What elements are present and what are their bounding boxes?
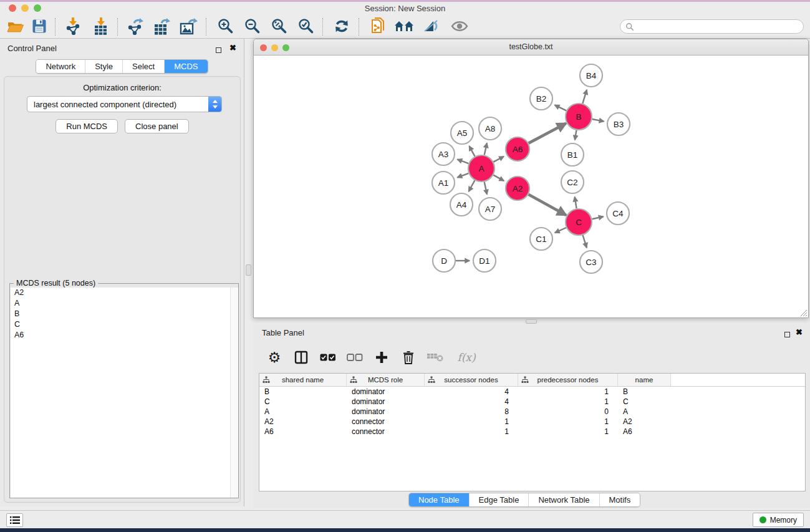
import-table-button[interactable] xyxy=(90,16,112,37)
graph-node-C1[interactable]: C1 xyxy=(530,228,552,250)
result-list-item[interactable]: A6 xyxy=(11,330,238,341)
search-input[interactable] xyxy=(634,22,798,31)
toolbar-search[interactable] xyxy=(620,19,804,34)
graph-node-C[interactable]: C xyxy=(566,209,592,235)
graph-node-A1[interactable]: A1 xyxy=(432,172,455,194)
float-table-panel-icon[interactable] xyxy=(784,329,790,340)
graph-node-A2[interactable]: A2 xyxy=(506,177,529,200)
table-row[interactable]: A2connector11A2 xyxy=(259,417,805,427)
run-mcds-button[interactable]: Run MCDS xyxy=(55,119,118,133)
graph-node-B3[interactable]: B3 xyxy=(607,113,630,135)
network-canvas[interactable]: ABCA6A2A1A3A4A5A7A8B1B2B3B4C1C2C3C4DD1 xyxy=(254,56,808,317)
memory-button[interactable]: Memory xyxy=(753,513,804,527)
close-table-panel-icon[interactable]: ✖ xyxy=(796,327,803,337)
criterion-dropdown[interactable]: largest connected component (directed) xyxy=(27,96,222,112)
column-header-name[interactable]: name xyxy=(618,374,671,386)
float-panel-icon[interactable] xyxy=(216,44,221,56)
close-panel-icon[interactable]: ✖ xyxy=(229,43,236,52)
graph-node-A[interactable]: A xyxy=(468,155,494,181)
graph-edge xyxy=(485,182,487,195)
task-history-button[interactable] xyxy=(6,513,23,527)
control-panel-header[interactable]: Control Panel ✖ xyxy=(0,39,244,57)
graph-node-A4[interactable]: A4 xyxy=(450,193,473,216)
save-session-button[interactable] xyxy=(29,16,50,37)
zoom-in-icon xyxy=(218,18,234,34)
graph-node-A6[interactable]: A6 xyxy=(506,137,529,161)
graph-node-A3[interactable]: A3 xyxy=(432,143,455,165)
graph-node-C4[interactable]: C4 xyxy=(607,202,629,225)
result-list-item[interactable]: B xyxy=(11,309,238,319)
result-list-scrollbar[interactable] xyxy=(230,288,238,498)
close-panel-button[interactable]: Close panel xyxy=(125,119,189,133)
graph-node-D[interactable]: D xyxy=(433,249,455,272)
memory-status-dot-icon xyxy=(759,516,766,523)
graph-node-C2[interactable]: C2 xyxy=(561,171,584,193)
toolbar-separator xyxy=(206,18,206,36)
tab-style[interactable]: Style xyxy=(85,60,122,73)
column-header-shared-name[interactable]: shared name xyxy=(259,374,347,386)
zoom-window-button[interactable] xyxy=(34,4,41,12)
graph-node-B1[interactable]: B1 xyxy=(561,143,584,166)
close-window-button[interactable] xyxy=(9,4,16,12)
column-header-MCDS-role[interactable]: MCDS role xyxy=(347,374,425,386)
graph-node-A5[interactable]: A5 xyxy=(451,122,473,144)
graph-node-A8[interactable]: A8 xyxy=(479,117,501,140)
open-session-button[interactable] xyxy=(5,16,26,37)
horizontal-splitter-handle[interactable] xyxy=(526,319,537,324)
export-image-button[interactable] xyxy=(178,16,200,37)
table-row[interactable]: Adominator80A xyxy=(259,407,805,417)
table-row[interactable]: A6connector11A6 xyxy=(259,427,805,437)
show-graphics-details-button[interactable] xyxy=(420,16,441,37)
table-tab-node-table[interactable]: Node Table xyxy=(409,493,469,506)
network-view-window: testGlobe.txt ABCA6A2A1A3A4A5A7A8B1B2B3B… xyxy=(253,39,809,318)
table-settings-button[interactable]: ⚙ xyxy=(266,349,282,365)
minimize-window-button[interactable] xyxy=(21,4,29,12)
result-list-item[interactable]: A2 xyxy=(11,288,238,298)
zoom-fit-button[interactable] xyxy=(269,16,290,37)
graph-node-C3[interactable]: C3 xyxy=(580,251,602,273)
table-row[interactable]: Cdominator41C xyxy=(259,397,805,407)
window-titlebar[interactable]: Session: New Session xyxy=(0,2,810,14)
deselect-all-button[interactable] xyxy=(347,349,363,365)
graph-node-B4[interactable]: B4 xyxy=(580,64,602,87)
plus-icon xyxy=(375,351,388,364)
vertical-splitter-handle[interactable] xyxy=(246,264,251,276)
network-window-titlebar[interactable]: testGlobe.txt xyxy=(254,39,808,56)
table-tab-network-table[interactable]: Network Table xyxy=(528,493,599,506)
zoom-selected-button[interactable] xyxy=(296,16,317,37)
select-all-button[interactable] xyxy=(320,349,336,365)
delete-row-button[interactable] xyxy=(400,349,417,365)
show-columns-button[interactable] xyxy=(293,349,309,365)
graph-node-D1[interactable]: D1 xyxy=(473,249,496,272)
column-header-predecessor-nodes[interactable]: predecessor nodes xyxy=(518,374,618,386)
refresh-view-button[interactable] xyxy=(331,16,352,37)
table-row[interactable]: Bdominator41B xyxy=(259,387,805,397)
new-network-from-file-button[interactable] xyxy=(368,16,389,37)
result-list-item[interactable]: C xyxy=(11,319,238,330)
tab-select[interactable]: Select xyxy=(122,60,164,73)
table-cell: connector xyxy=(347,427,425,437)
result-list-item[interactable]: A xyxy=(11,298,238,309)
show-all-networks-button[interactable] xyxy=(393,16,415,37)
table-tab-edge-table[interactable]: Edge Table xyxy=(469,493,529,506)
export-table-button[interactable] xyxy=(152,16,173,37)
zoom-out-button[interactable] xyxy=(242,16,263,37)
window-resize-grip[interactable] xyxy=(799,309,808,317)
search-icon xyxy=(625,22,634,31)
gear-icon: ⚙ xyxy=(268,351,281,365)
table-tab-motifs[interactable]: Motifs xyxy=(599,493,640,506)
zoom-in-button[interactable] xyxy=(215,16,236,37)
tab-mcds[interactable]: MCDS xyxy=(164,60,207,73)
add-row-button[interactable] xyxy=(374,349,390,365)
column-header-successor-nodes[interactable]: successor nodes xyxy=(425,374,518,386)
tab-network[interactable]: Network xyxy=(36,60,85,73)
graph-node-A7[interactable]: A7 xyxy=(479,198,501,220)
control-panel-title: Control Panel xyxy=(7,44,57,53)
import-network-button[interactable] xyxy=(62,16,84,37)
export-network-button[interactable] xyxy=(125,16,146,37)
table-cell: C xyxy=(259,397,347,407)
graph-node-B[interactable]: B xyxy=(566,104,592,130)
graph-edge xyxy=(529,195,566,215)
graph-node-B2[interactable]: B2 xyxy=(530,87,552,110)
table-cell: 1 xyxy=(518,397,618,407)
